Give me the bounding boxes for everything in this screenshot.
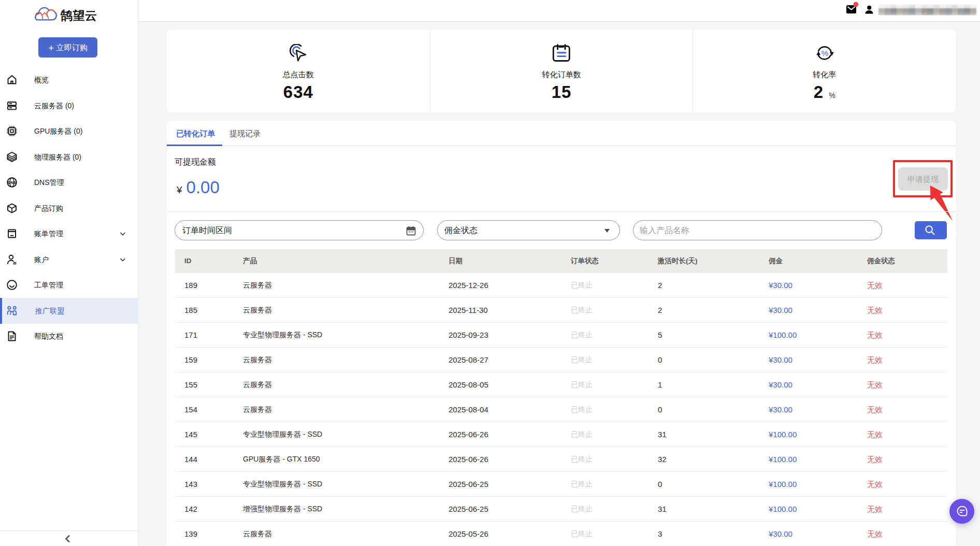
svg-text:%: % [821, 49, 828, 58]
svg-text:DNS: DNS [8, 180, 16, 185]
